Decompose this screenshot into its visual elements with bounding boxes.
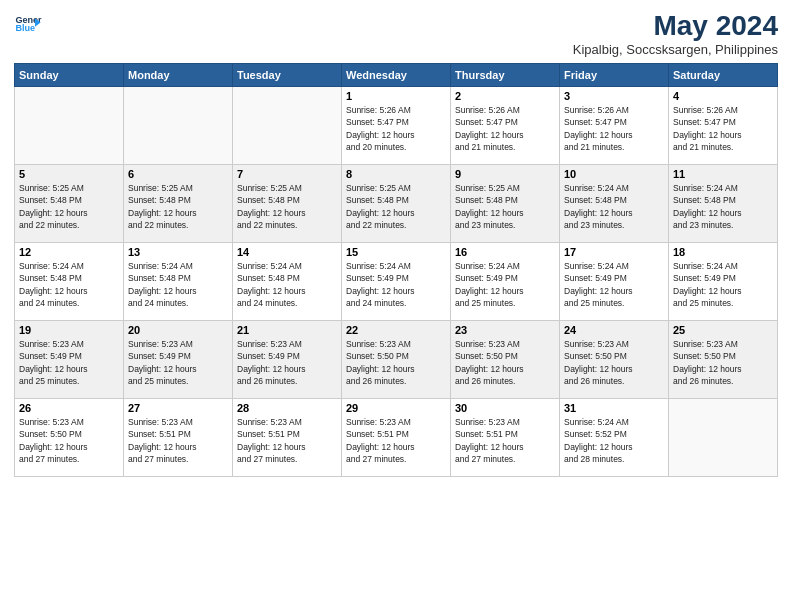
calendar-cell bbox=[669, 399, 778, 477]
day-info: Sunrise: 5:26 AM Sunset: 5:47 PM Dayligh… bbox=[673, 104, 773, 153]
page: General Blue May 2024 Kipalbig, Soccsksa… bbox=[0, 0, 792, 612]
calendar-cell: 11Sunrise: 5:24 AM Sunset: 5:48 PM Dayli… bbox=[669, 165, 778, 243]
col-header-friday: Friday bbox=[560, 64, 669, 87]
calendar-cell: 8Sunrise: 5:25 AM Sunset: 5:48 PM Daylig… bbox=[342, 165, 451, 243]
svg-text:Blue: Blue bbox=[15, 23, 35, 33]
day-number: 19 bbox=[19, 324, 119, 336]
calendar-cell: 5Sunrise: 5:25 AM Sunset: 5:48 PM Daylig… bbox=[15, 165, 124, 243]
calendar-cell: 3Sunrise: 5:26 AM Sunset: 5:47 PM Daylig… bbox=[560, 87, 669, 165]
day-number: 12 bbox=[19, 246, 119, 258]
day-number: 26 bbox=[19, 402, 119, 414]
calendar-cell: 12Sunrise: 5:24 AM Sunset: 5:48 PM Dayli… bbox=[15, 243, 124, 321]
day-info: Sunrise: 5:23 AM Sunset: 5:50 PM Dayligh… bbox=[346, 338, 446, 387]
day-number: 10 bbox=[564, 168, 664, 180]
col-header-monday: Monday bbox=[124, 64, 233, 87]
day-info: Sunrise: 5:23 AM Sunset: 5:51 PM Dayligh… bbox=[346, 416, 446, 465]
day-info: Sunrise: 5:26 AM Sunset: 5:47 PM Dayligh… bbox=[564, 104, 664, 153]
title-block: May 2024 Kipalbig, Soccsksargen, Philipp… bbox=[573, 10, 778, 57]
main-title: May 2024 bbox=[573, 10, 778, 42]
calendar-cell: 6Sunrise: 5:25 AM Sunset: 5:48 PM Daylig… bbox=[124, 165, 233, 243]
calendar-cell: 17Sunrise: 5:24 AM Sunset: 5:49 PM Dayli… bbox=[560, 243, 669, 321]
col-header-thursday: Thursday bbox=[451, 64, 560, 87]
day-number: 30 bbox=[455, 402, 555, 414]
day-info: Sunrise: 5:26 AM Sunset: 5:47 PM Dayligh… bbox=[346, 104, 446, 153]
calendar-cell: 16Sunrise: 5:24 AM Sunset: 5:49 PM Dayli… bbox=[451, 243, 560, 321]
logo-icon: General Blue bbox=[14, 10, 42, 38]
calendar-cell: 28Sunrise: 5:23 AM Sunset: 5:51 PM Dayli… bbox=[233, 399, 342, 477]
header-row: SundayMondayTuesdayWednesdayThursdayFrid… bbox=[15, 64, 778, 87]
calendar-cell: 22Sunrise: 5:23 AM Sunset: 5:50 PM Dayli… bbox=[342, 321, 451, 399]
day-number: 11 bbox=[673, 168, 773, 180]
day-info: Sunrise: 5:23 AM Sunset: 5:51 PM Dayligh… bbox=[237, 416, 337, 465]
week-row: 19Sunrise: 5:23 AM Sunset: 5:49 PM Dayli… bbox=[15, 321, 778, 399]
day-info: Sunrise: 5:24 AM Sunset: 5:48 PM Dayligh… bbox=[128, 260, 228, 309]
calendar-cell: 18Sunrise: 5:24 AM Sunset: 5:49 PM Dayli… bbox=[669, 243, 778, 321]
day-info: Sunrise: 5:24 AM Sunset: 5:48 PM Dayligh… bbox=[564, 182, 664, 231]
day-number: 4 bbox=[673, 90, 773, 102]
calendar-cell: 23Sunrise: 5:23 AM Sunset: 5:50 PM Dayli… bbox=[451, 321, 560, 399]
week-row: 1Sunrise: 5:26 AM Sunset: 5:47 PM Daylig… bbox=[15, 87, 778, 165]
calendar-cell: 30Sunrise: 5:23 AM Sunset: 5:51 PM Dayli… bbox=[451, 399, 560, 477]
calendar-cell: 4Sunrise: 5:26 AM Sunset: 5:47 PM Daylig… bbox=[669, 87, 778, 165]
day-number: 5 bbox=[19, 168, 119, 180]
day-number: 24 bbox=[564, 324, 664, 336]
day-info: Sunrise: 5:24 AM Sunset: 5:48 PM Dayligh… bbox=[673, 182, 773, 231]
day-number: 3 bbox=[564, 90, 664, 102]
day-info: Sunrise: 5:23 AM Sunset: 5:49 PM Dayligh… bbox=[19, 338, 119, 387]
day-number: 28 bbox=[237, 402, 337, 414]
calendar-cell: 31Sunrise: 5:24 AM Sunset: 5:52 PM Dayli… bbox=[560, 399, 669, 477]
week-row: 12Sunrise: 5:24 AM Sunset: 5:48 PM Dayli… bbox=[15, 243, 778, 321]
day-info: Sunrise: 5:23 AM Sunset: 5:50 PM Dayligh… bbox=[564, 338, 664, 387]
week-row: 26Sunrise: 5:23 AM Sunset: 5:50 PM Dayli… bbox=[15, 399, 778, 477]
day-info: Sunrise: 5:24 AM Sunset: 5:48 PM Dayligh… bbox=[237, 260, 337, 309]
day-info: Sunrise: 5:23 AM Sunset: 5:50 PM Dayligh… bbox=[455, 338, 555, 387]
logo: General Blue bbox=[14, 10, 42, 38]
calendar-cell: 9Sunrise: 5:25 AM Sunset: 5:48 PM Daylig… bbox=[451, 165, 560, 243]
calendar-cell: 24Sunrise: 5:23 AM Sunset: 5:50 PM Dayli… bbox=[560, 321, 669, 399]
day-info: Sunrise: 5:25 AM Sunset: 5:48 PM Dayligh… bbox=[19, 182, 119, 231]
calendar-cell: 25Sunrise: 5:23 AM Sunset: 5:50 PM Dayli… bbox=[669, 321, 778, 399]
col-header-tuesday: Tuesday bbox=[233, 64, 342, 87]
day-info: Sunrise: 5:23 AM Sunset: 5:50 PM Dayligh… bbox=[19, 416, 119, 465]
day-number: 16 bbox=[455, 246, 555, 258]
calendar-table: SundayMondayTuesdayWednesdayThursdayFrid… bbox=[14, 63, 778, 477]
day-number: 18 bbox=[673, 246, 773, 258]
day-info: Sunrise: 5:25 AM Sunset: 5:48 PM Dayligh… bbox=[455, 182, 555, 231]
day-info: Sunrise: 5:23 AM Sunset: 5:49 PM Dayligh… bbox=[237, 338, 337, 387]
day-info: Sunrise: 5:25 AM Sunset: 5:48 PM Dayligh… bbox=[346, 182, 446, 231]
day-info: Sunrise: 5:24 AM Sunset: 5:49 PM Dayligh… bbox=[346, 260, 446, 309]
day-number: 2 bbox=[455, 90, 555, 102]
day-number: 6 bbox=[128, 168, 228, 180]
day-number: 8 bbox=[346, 168, 446, 180]
day-number: 9 bbox=[455, 168, 555, 180]
day-number: 7 bbox=[237, 168, 337, 180]
calendar-cell: 19Sunrise: 5:23 AM Sunset: 5:49 PM Dayli… bbox=[15, 321, 124, 399]
calendar-cell: 7Sunrise: 5:25 AM Sunset: 5:48 PM Daylig… bbox=[233, 165, 342, 243]
calendar-cell: 10Sunrise: 5:24 AM Sunset: 5:48 PM Dayli… bbox=[560, 165, 669, 243]
calendar-cell: 13Sunrise: 5:24 AM Sunset: 5:48 PM Dayli… bbox=[124, 243, 233, 321]
day-info: Sunrise: 5:24 AM Sunset: 5:48 PM Dayligh… bbox=[19, 260, 119, 309]
day-number: 21 bbox=[237, 324, 337, 336]
day-number: 23 bbox=[455, 324, 555, 336]
calendar-cell: 27Sunrise: 5:23 AM Sunset: 5:51 PM Dayli… bbox=[124, 399, 233, 477]
day-number: 31 bbox=[564, 402, 664, 414]
day-info: Sunrise: 5:25 AM Sunset: 5:48 PM Dayligh… bbox=[128, 182, 228, 231]
col-header-saturday: Saturday bbox=[669, 64, 778, 87]
day-info: Sunrise: 5:23 AM Sunset: 5:50 PM Dayligh… bbox=[673, 338, 773, 387]
calendar-cell: 1Sunrise: 5:26 AM Sunset: 5:47 PM Daylig… bbox=[342, 87, 451, 165]
calendar-cell bbox=[15, 87, 124, 165]
subtitle: Kipalbig, Soccsksargen, Philippines bbox=[573, 42, 778, 57]
col-header-wednesday: Wednesday bbox=[342, 64, 451, 87]
day-info: Sunrise: 5:24 AM Sunset: 5:52 PM Dayligh… bbox=[564, 416, 664, 465]
day-number: 17 bbox=[564, 246, 664, 258]
day-info: Sunrise: 5:24 AM Sunset: 5:49 PM Dayligh… bbox=[673, 260, 773, 309]
calendar-cell: 26Sunrise: 5:23 AM Sunset: 5:50 PM Dayli… bbox=[15, 399, 124, 477]
day-info: Sunrise: 5:24 AM Sunset: 5:49 PM Dayligh… bbox=[455, 260, 555, 309]
day-number: 20 bbox=[128, 324, 228, 336]
day-number: 27 bbox=[128, 402, 228, 414]
day-info: Sunrise: 5:23 AM Sunset: 5:51 PM Dayligh… bbox=[455, 416, 555, 465]
day-info: Sunrise: 5:26 AM Sunset: 5:47 PM Dayligh… bbox=[455, 104, 555, 153]
calendar-cell: 20Sunrise: 5:23 AM Sunset: 5:49 PM Dayli… bbox=[124, 321, 233, 399]
day-number: 22 bbox=[346, 324, 446, 336]
calendar-cell: 15Sunrise: 5:24 AM Sunset: 5:49 PM Dayli… bbox=[342, 243, 451, 321]
